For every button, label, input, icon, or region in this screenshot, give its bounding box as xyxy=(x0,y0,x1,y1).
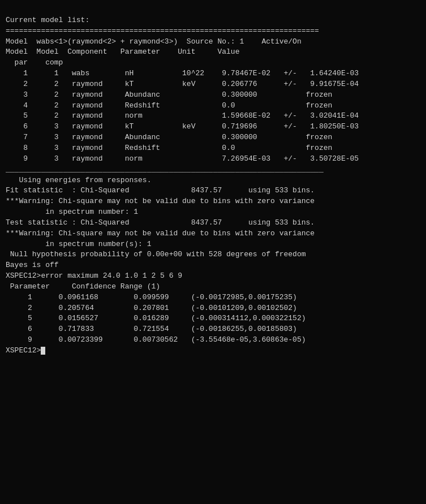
terminal-line: 2 0.205764 0.207801 (-0.00101209,0.00102… xyxy=(6,303,420,314)
terminal-line: Model wabs<1>(raymond<2> + raymond<3>) S… xyxy=(6,37,420,48)
terminal-line: 3 2 raymond Abundanc 0.300000 frozen xyxy=(6,90,420,101)
terminal-line: 5 0.0156527 0.016289 (-0.000314112,0.000… xyxy=(6,313,420,324)
terminal-line: 6 3 raymond kT keV 0.719696 +/- 1.80250E… xyxy=(6,122,420,132)
terminal-line: Model Model Component Parameter Unit Val… xyxy=(6,47,420,58)
terminal-line: 1 0.0961168 0.099599 (-0.00172985,0.0017… xyxy=(6,292,420,303)
terminal-line: 1 1 wabs nH 10^22 9.78467E-02 +/- 1.6424… xyxy=(6,68,420,79)
terminal-line: Bayes is off xyxy=(6,260,420,271)
terminal-line: 7 3 raymond Abundanc 0.300000 frozen xyxy=(6,132,420,143)
terminal-line: par comp xyxy=(6,58,420,68)
terminal-line: ***Warning: Chi-square may not be valid … xyxy=(6,196,420,207)
terminal-line: 5 2 raymond norm 1.59668E-02 +/- 3.02041… xyxy=(6,111,420,122)
terminal-line: 8 3 raymond Redshift 0.0 frozen xyxy=(6,143,420,154)
terminal-line: ***Warning: Chi-square may not be valid … xyxy=(6,229,420,239)
terminal-window: Current model list:=====================… xyxy=(6,5,420,356)
terminal-line: Test statistic : Chi-Squared 8437.57 usi… xyxy=(6,218,420,229)
terminal-line: 2 2 raymond kT keV 0.206776 +/- 9.91675E… xyxy=(6,79,420,90)
terminal-line: ________________________________________… xyxy=(6,165,420,175)
terminal-line: XSPEC12> xyxy=(6,346,420,356)
terminal-line: Current model list: xyxy=(6,15,420,26)
terminal-cursor xyxy=(41,347,45,355)
terminal-line: 4 2 raymond Redshift 0.0 frozen xyxy=(6,101,420,111)
terminal-line: Using energies from responses. xyxy=(6,175,420,186)
terminal-line: 9 3 raymond norm 7.26954E-03 +/- 3.50728… xyxy=(6,154,420,165)
terminal-line: XSPEC12>error maximum 24.0 1.0 1 2 5 6 9 xyxy=(6,271,420,282)
terminal-line: in spectrum number: 1 xyxy=(6,207,420,218)
terminal-line: 6 0.717833 0.721554 (-0.00186255,0.00185… xyxy=(6,324,420,335)
terminal-line: 9 0.00723399 0.00730562 (-3.55468e-05,3.… xyxy=(6,335,420,346)
terminal-line: in spectrum number(s): 1 xyxy=(6,239,420,250)
terminal-line: ========================================… xyxy=(6,26,420,37)
terminal-line: Parameter Confidence Range (1) xyxy=(6,282,420,292)
terminal-line: Null hypothesis probability of 0.00e+00 … xyxy=(6,249,420,260)
terminal-line: Fit statistic : Chi-Squared 8437.57 usin… xyxy=(6,186,420,196)
